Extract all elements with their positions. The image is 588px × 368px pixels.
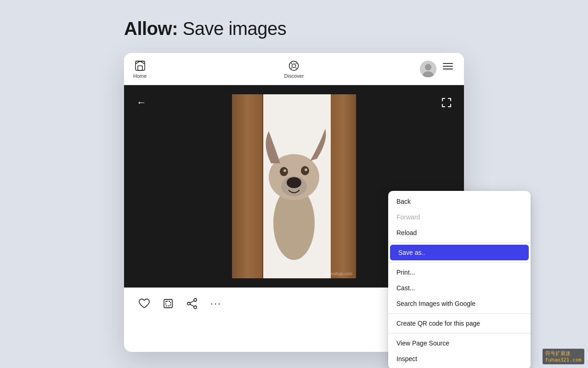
menu-item-reload[interactable]: Reload (388, 225, 531, 241)
menu-divider-3 (388, 313, 531, 314)
heart-icon (138, 298, 150, 309)
crop-icon (162, 298, 174, 310)
menu-line-1 (443, 63, 453, 64)
menu-item-save-as[interactable]: Save as.. (390, 245, 529, 260)
title-bold: Allow: (124, 18, 178, 39)
crop-button[interactable] (162, 297, 175, 310)
site-watermark: 符号扩展迷 fuhao321.com (543, 349, 584, 364)
svg-point-18 (187, 302, 190, 305)
door-right (331, 94, 356, 278)
nav-home[interactable]: Home (133, 59, 147, 79)
menu-line-3 (443, 69, 453, 69)
title-regular: Save images (178, 18, 286, 39)
watermark-subtext: fuhao321.com (545, 357, 582, 363)
svg-rect-1 (138, 66, 142, 70)
menu-line-2 (443, 66, 453, 67)
menu-divider-1 (388, 242, 531, 243)
discover-label: Discover (284, 73, 304, 79)
like-button[interactable] (138, 297, 151, 310)
more-button[interactable]: ··· (209, 297, 222, 310)
svg-point-15 (305, 168, 307, 171)
back-button[interactable]: ← (133, 94, 150, 111)
svg-rect-16 (164, 299, 172, 308)
context-menu: Back Forward Reload Save as.. Print... C… (388, 191, 531, 368)
user-avatar[interactable] (420, 61, 436, 77)
menu-divider-2 (388, 262, 531, 263)
avatar-icon (420, 61, 436, 77)
dog-svg (257, 108, 331, 278)
nav-menu-button[interactable] (441, 61, 455, 71)
svg-point-6 (425, 64, 431, 70)
menu-item-cast[interactable]: Cast... (388, 280, 531, 296)
svg-point-13 (283, 169, 286, 172)
menu-item-forward[interactable]: Forward (388, 209, 531, 225)
dog-photo: silkesdogs.com (232, 94, 356, 278)
menu-item-back[interactable]: Back (388, 194, 531, 209)
svg-rect-17 (166, 301, 170, 306)
menu-item-inspect[interactable]: Inspect (388, 351, 531, 367)
nav-discover[interactable]: Discover (284, 59, 304, 79)
menu-divider-4 (388, 333, 531, 334)
home-icon (134, 59, 147, 72)
share-button[interactable] (186, 297, 198, 310)
menu-item-print[interactable]: Print... (388, 264, 531, 280)
svg-point-11 (287, 177, 301, 188)
svg-point-3 (289, 61, 299, 70)
home-label: Home (133, 73, 147, 79)
photo-watermark: silkesdogs.com (324, 271, 352, 276)
fullscreen-icon (441, 97, 452, 108)
watermark-text: 符号扩展迷 (545, 350, 582, 357)
browser-navbar: Home Discover (124, 53, 464, 85)
svg-line-22 (190, 305, 195, 307)
menu-item-qr-code[interactable]: Create QR code for this page (388, 316, 531, 331)
share-icon (187, 298, 198, 310)
discover-icon (288, 59, 300, 72)
svg-point-4 (292, 64, 296, 68)
menu-item-search-images[interactable]: Search Images with Google (388, 296, 531, 311)
menu-item-view-source[interactable]: View Page Source (388, 335, 531, 351)
fullscreen-button[interactable] (438, 94, 455, 111)
svg-line-21 (190, 301, 195, 303)
page-title: Allow: Save images (124, 18, 286, 39)
